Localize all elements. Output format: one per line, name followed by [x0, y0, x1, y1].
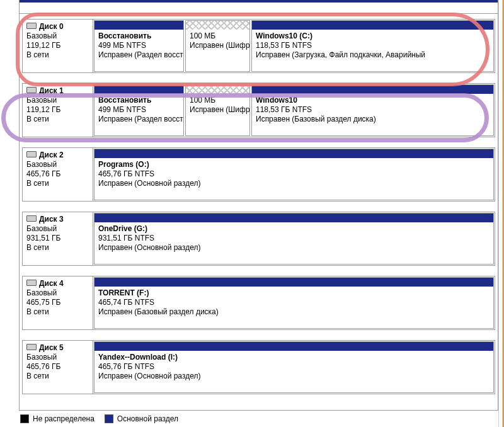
disk-icon [26, 215, 37, 222]
disk-type: Базовый [26, 160, 89, 169]
partition[interactable]: Yandex--Download (I:) 465,76 ГБ NTFS Исп… [94, 341, 494, 393]
partition-size: 499 МБ NTFS [98, 105, 180, 115]
disk-row[interactable]: Диск 3 Базовый 931,51 ГБ В сети OneDrive… [22, 212, 495, 266]
disk-size: 465,76 ГБ [26, 169, 89, 179]
partition-status: Исправен (Основной раздел) [98, 372, 490, 381]
partition-status: Исправен (Основной раздел) [98, 243, 490, 253]
partition-size: 465,76 ГБ NTFS [98, 362, 490, 372]
disk-size: 119,12 ГБ [26, 41, 89, 50]
disk-size: 119,12 ГБ [26, 105, 89, 115]
partition[interactable]: 100 МБ Исправен (Шифр [185, 20, 250, 72]
partition-size: 100 МБ [190, 96, 246, 105]
partition-size: 465,76 ГБ NTFS [98, 169, 490, 179]
partition-size: 118,53 ГБ NTFS [256, 41, 490, 50]
disk-icon [26, 23, 37, 29]
partition-status: Исправен (Основной раздел) [98, 179, 490, 188]
partition-status: Исправен (Раздел восста [98, 115, 180, 124]
partition-size: 931,51 ГБ NTFS [98, 234, 490, 243]
partition-title: Programs (O:) [98, 160, 490, 169]
disk-status: В сети [26, 179, 89, 188]
disk-row[interactable]: Диск 2 Базовый 465,76 ГБ В сети Programs… [22, 147, 495, 202]
legend-label-primary: Основной раздел [117, 414, 178, 423]
disk-info[interactable]: Диск 4 Базовый 465,75 ГБ В сети [23, 276, 93, 329]
legend-label-unallocated: Не распределена [33, 414, 94, 423]
panel-header-fragment [20, 0, 498, 14]
partition-title: Восстановить [98, 96, 180, 105]
disk-type: Базовый [26, 96, 89, 105]
partition[interactable]: 100 МБ Исправен (Шифр [185, 84, 250, 136]
partition-title: TORRENT (F:) [98, 288, 490, 298]
partition-size: 118,53 ГБ NTFS [256, 105, 490, 115]
partition[interactable]: Programs (O:) 465,76 ГБ NTFS Исправен (О… [94, 149, 494, 200]
disk-info[interactable]: Диск 3 Базовый 931,51 ГБ В сети [23, 212, 93, 265]
disk-row[interactable]: Диск 0 Базовый 119,12 ГБ В сети Восстано… [22, 19, 495, 73]
disk-icon [26, 151, 37, 157]
legend: Не распределена Основной раздел [20, 411, 188, 427]
disk-type: Базовый [26, 224, 89, 234]
partition-size: 100 МБ [190, 31, 246, 41]
disk-name: Диск 2 [26, 151, 89, 160]
disk-icon [26, 87, 37, 93]
partition[interactable]: TORRENT (F:) 465,74 ГБ NTFS Исправен (Ба… [94, 277, 494, 329]
legend-swatch-unallocated [20, 414, 29, 423]
disk-status: В сети [26, 243, 89, 253]
window-edge-right-inner [498, 0, 503, 427]
disk-name: Диск 1 [26, 86, 89, 96]
disk-status: В сети [26, 50, 89, 60]
partition-title: Yandex--Download (I:) [98, 353, 490, 362]
partition-size: 499 МБ NTFS [98, 41, 180, 50]
disk-row[interactable]: Диск 4 Базовый 465,75 ГБ В сети TORRENT … [22, 276, 495, 330]
disks-panel: Диск 0 Базовый 119,12 ГБ В сети Восстано… [19, 0, 498, 411]
partition[interactable]: Windows10 (C:) 118,53 ГБ NTFS Исправен (… [251, 20, 494, 72]
disk-name: Диск 5 [26, 343, 89, 353]
partition-title: Windows10 [256, 96, 490, 105]
partition-title: Восстановить [98, 31, 180, 41]
legend-swatch-primary [105, 414, 113, 423]
disk-row[interactable]: Диск 5 Базовый 465,76 ГБ В сети Yandex--… [22, 340, 495, 394]
partition-title: OneDrive (G:) [98, 224, 490, 234]
disk-type: Базовый [26, 353, 89, 362]
partition-status: Исправен (Базовый раздел диска) [98, 307, 490, 317]
disk-size: 465,76 ГБ [26, 362, 89, 372]
disk-info[interactable]: Диск 2 Базовый 465,76 ГБ В сети [23, 148, 93, 201]
disk-size: 465,75 ГБ [26, 298, 89, 307]
partition-status: Исправен (Базовый раздел диска) [256, 115, 490, 124]
disk-info[interactable]: Диск 5 Базовый 465,76 ГБ В сети [23, 341, 93, 394]
disk-status: В сети [26, 307, 89, 317]
partition[interactable]: Windows10 118,53 ГБ NTFS Исправен (Базов… [251, 84, 494, 136]
partition-status: Исправен (Загрузка, Файл подкачки, Авари… [256, 50, 490, 60]
disk-row[interactable]: Диск 1 Базовый 119,12 ГБ В сети Восстано… [22, 83, 495, 137]
partition[interactable]: Восстановить 499 МБ NTFS Исправен (Разде… [94, 84, 184, 136]
disk-name: Диск 4 [26, 279, 89, 288]
disk-size: 931,51 ГБ [26, 234, 89, 243]
disk-icon [26, 344, 37, 350]
partition-status: Исправен (Раздел восста [98, 50, 180, 60]
partition-status: Исправен (Шифр [190, 41, 246, 50]
partition-status: Исправен (Шифр [190, 105, 246, 115]
partition-title: Windows10 (C:) [256, 31, 490, 41]
disk-info[interactable]: Диск 0 Базовый 119,12 ГБ В сети [23, 20, 93, 72]
disk-name: Диск 3 [26, 215, 89, 224]
disk-status: В сети [26, 372, 89, 381]
disk-icon [26, 280, 37, 286]
disk-status: В сети [26, 115, 89, 124]
partition-size: 465,74 ГБ NTFS [98, 298, 490, 307]
disk-type: Базовый [26, 31, 89, 41]
disk-type: Базовый [26, 288, 89, 298]
disk-name: Диск 0 [26, 22, 89, 31]
partition[interactable]: OneDrive (G:) 931,51 ГБ NTFS Исправен (О… [94, 213, 494, 265]
partition[interactable]: Восстановить 499 МБ NTFS Исправен (Разде… [94, 20, 184, 72]
disk-info[interactable]: Диск 1 Базовый 119,12 ГБ В сети [23, 84, 93, 137]
